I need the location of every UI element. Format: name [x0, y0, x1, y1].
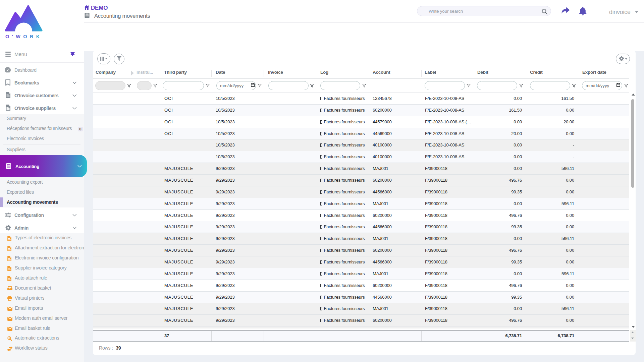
svg-text:O'WORK: O'WORK [5, 34, 42, 39]
